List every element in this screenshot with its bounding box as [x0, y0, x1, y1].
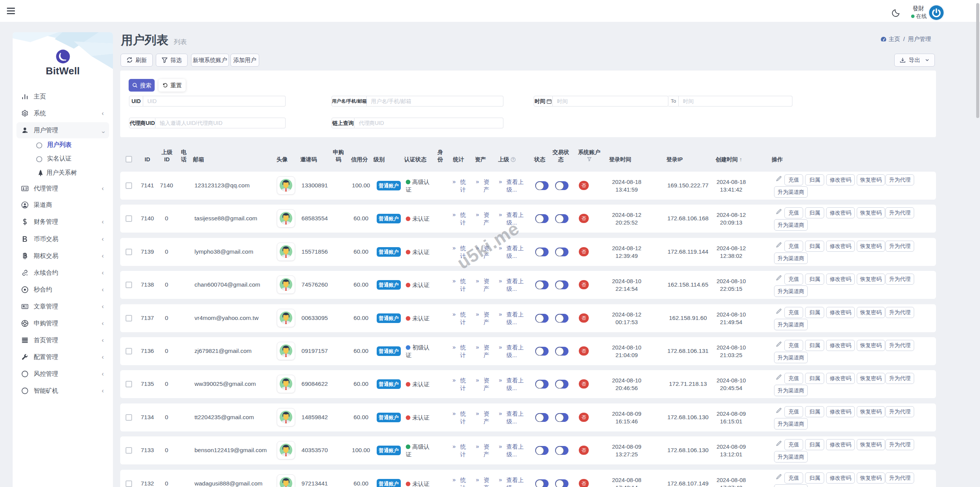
svg-text:?: ?: [512, 157, 514, 161]
